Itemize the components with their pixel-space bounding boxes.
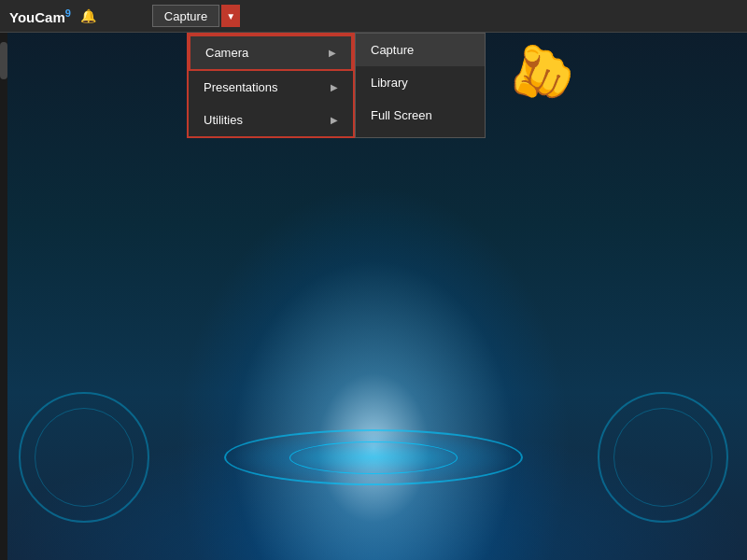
submenu-item-capture[interactable]: Capture [356, 34, 485, 66]
app-version: 9 [65, 7, 71, 19]
submenu-item-fullscreen[interactable]: Full Screen [356, 99, 485, 132]
titlebar: YouCam9 🔔 Capture ▼ [0, 0, 747, 33]
menu-item-camera-label: Camera [205, 46, 248, 60]
menu-item-presentations[interactable]: Presentations ▶ [189, 71, 353, 104]
camera-submenu-arrow: ▶ [329, 48, 336, 58]
submenu-item-library[interactable]: Library [356, 66, 485, 99]
menu-item-camera[interactable]: Camera ▶ [189, 35, 353, 71]
app-title: YouCam9 [9, 7, 71, 25]
submenu: Capture Library Full Screen [355, 33, 486, 138]
notification-icon[interactable]: 🔔 [80, 8, 96, 23]
capture-dropdown-arrow[interactable]: ▼ [221, 5, 240, 27]
main-menu: Camera ▶ Presentations ▶ Utilities ▶ [187, 33, 355, 138]
presentations-submenu-arrow: ▶ [331, 82, 338, 92]
scrollbar[interactable] [0, 33, 7, 560]
dropdown-container: Camera ▶ Presentations ▶ Utilities ▶ Cap… [187, 33, 486, 138]
utilities-submenu-arrow: ▶ [331, 115, 338, 125]
capture-button[interactable]: Capture [152, 5, 219, 27]
scrollbar-thumb[interactable] [0, 42, 7, 79]
menu-item-utilities[interactable]: Utilities ▶ [189, 104, 353, 136]
menu-item-utilities-label: Utilities [204, 113, 243, 127]
hud-circle-left [19, 392, 149, 523]
menu-item-presentations-label: Presentations [204, 80, 278, 94]
floor-ring-inner [289, 441, 458, 474]
hud-circle-right [598, 392, 728, 523]
